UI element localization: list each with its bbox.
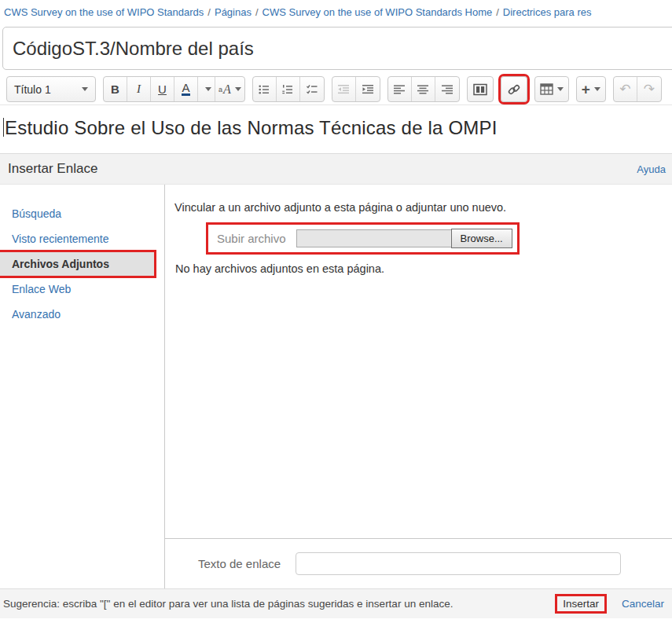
sidebar-item-advanced[interactable]: Avanzado xyxy=(0,302,154,326)
file-upload-field[interactable] xyxy=(296,229,452,247)
link-text-input[interactable] xyxy=(296,552,621,575)
text-color-dropdown[interactable] xyxy=(198,77,215,101)
underline-button[interactable]: U xyxy=(151,77,174,101)
dialog-footer: Sugerencia: escriba "[" en el editor par… xyxy=(0,588,672,618)
italic-label: I xyxy=(137,82,141,96)
bold-label: B xyxy=(111,82,119,96)
sidebar-item-recently-viewed[interactable]: Visto recientemente xyxy=(0,227,154,251)
bullet-list-icon xyxy=(258,83,270,96)
numbered-list-button[interactable] xyxy=(277,77,300,101)
bold-button[interactable]: B xyxy=(104,77,127,101)
page-layout-icon xyxy=(473,83,487,96)
chevron-down-icon xyxy=(557,87,564,91)
align-right-button[interactable] xyxy=(435,77,459,101)
chevron-down-icon xyxy=(594,87,600,91)
upload-file-label: Subir archivo xyxy=(213,232,296,245)
dialog-body: Búsqueda Visto recientemente Archivos Ad… xyxy=(0,185,672,588)
browse-button[interactable]: Browse... xyxy=(451,229,512,248)
indent-icon xyxy=(362,83,374,96)
link-icon xyxy=(507,82,521,97)
insert-button[interactable]: Insertar xyxy=(557,596,604,611)
sidebar-item-search[interactable]: Búsqueda xyxy=(0,202,154,225)
cancel-link[interactable]: Cancelar xyxy=(622,598,664,610)
insert-link-button[interactable] xyxy=(501,76,527,102)
breadcrumb-link-current[interactable]: Directrices para res xyxy=(503,6,592,18)
heading-text: Estudio Sobre el Uso de las Normas Técni… xyxy=(5,117,498,138)
align-center-button[interactable] xyxy=(412,77,435,101)
indent-button[interactable] xyxy=(356,77,380,101)
align-center-icon xyxy=(417,83,429,96)
no-attachments-message: No hay archivos adjuntos en esta página. xyxy=(175,262,664,275)
breadcrumb-link-home[interactable]: CWS Survey on the use of WIPO Standards … xyxy=(263,6,493,18)
text-color-button[interactable]: A xyxy=(174,77,198,101)
breadcrumb-link-pages[interactable]: Páginas xyxy=(215,6,252,18)
underline-label: U xyxy=(158,82,167,96)
link-text-row: Texto de enlace xyxy=(165,538,672,588)
breadcrumb-separator: / xyxy=(207,6,211,18)
hint-text: Sugerencia: escriba "[" en el editor par… xyxy=(3,598,551,610)
breadcrumb: CWS Survey on the use of WIPO Standards/… xyxy=(0,0,672,18)
dialog-title: Insertar Enlace xyxy=(8,161,97,177)
dialog-sidebar: Búsqueda Visto recientemente Archivos Ad… xyxy=(0,185,165,588)
breadcrumb-link-space[interactable]: CWS Survey on the use of WIPO Standards xyxy=(4,6,204,18)
task-list-button[interactable] xyxy=(300,77,324,101)
more-formatting-dropdown[interactable]: a A xyxy=(215,77,244,101)
chevron-down-icon xyxy=(205,87,211,91)
editor-toolbar: Título 1 B I U A a A xyxy=(0,70,672,105)
editor-content-heading[interactable]: Estudio Sobre el Uso de las Normas Técni… xyxy=(3,117,672,139)
link-text-label: Texto de enlace xyxy=(198,557,281,570)
task-list-icon xyxy=(306,83,318,96)
plus-icon: + xyxy=(582,84,590,95)
outdent-icon xyxy=(337,83,350,96)
breadcrumb-separator: / xyxy=(496,6,499,18)
sidebar-item-attachments[interactable]: Archivos Adjuntos xyxy=(0,252,154,276)
more-formatting-label: A xyxy=(223,82,231,97)
insert-more-content-dropdown[interactable]: + xyxy=(576,76,606,102)
dialog-header: Insertar Enlace Ayuda xyxy=(0,153,672,185)
outdent-button[interactable] xyxy=(332,77,356,101)
chevron-down-icon xyxy=(235,87,241,91)
page-title-input[interactable] xyxy=(2,27,672,70)
dialog-main-panel: Vincular a un archivo adjunto a esta pág… xyxy=(165,185,672,588)
numbered-list-icon xyxy=(281,83,294,96)
table-icon xyxy=(540,83,553,95)
undo-button[interactable]: ↶ xyxy=(614,77,637,101)
more-formatting-sup: a xyxy=(218,86,222,93)
undo-icon: ↶ xyxy=(619,81,630,97)
breadcrumb-separator: / xyxy=(255,6,259,18)
align-left-button[interactable] xyxy=(388,77,412,101)
page-layout-button[interactable] xyxy=(467,76,494,102)
attachments-intro-text: Vincular a un archivo adjunto a esta pág… xyxy=(174,201,664,214)
text-cursor xyxy=(3,118,4,137)
paragraph-style-label: Título 1 xyxy=(14,83,51,96)
chevron-down-icon xyxy=(82,87,88,91)
upload-file-row: Subir archivo Browse... xyxy=(208,225,517,252)
bullet-list-button[interactable] xyxy=(253,77,277,101)
redo-button[interactable]: ↷ xyxy=(637,77,661,101)
redo-icon: ↷ xyxy=(644,81,655,97)
align-right-icon xyxy=(441,83,454,96)
text-color-label: A xyxy=(182,82,189,96)
italic-button[interactable]: I xyxy=(127,77,151,101)
paragraph-style-dropdown[interactable]: Título 1 xyxy=(6,76,96,102)
sidebar-item-web-link[interactable]: Enlace Web xyxy=(0,277,154,301)
insert-table-dropdown[interactable] xyxy=(534,76,569,102)
help-link[interactable]: Ayuda xyxy=(637,163,666,175)
align-left-icon xyxy=(393,83,406,96)
